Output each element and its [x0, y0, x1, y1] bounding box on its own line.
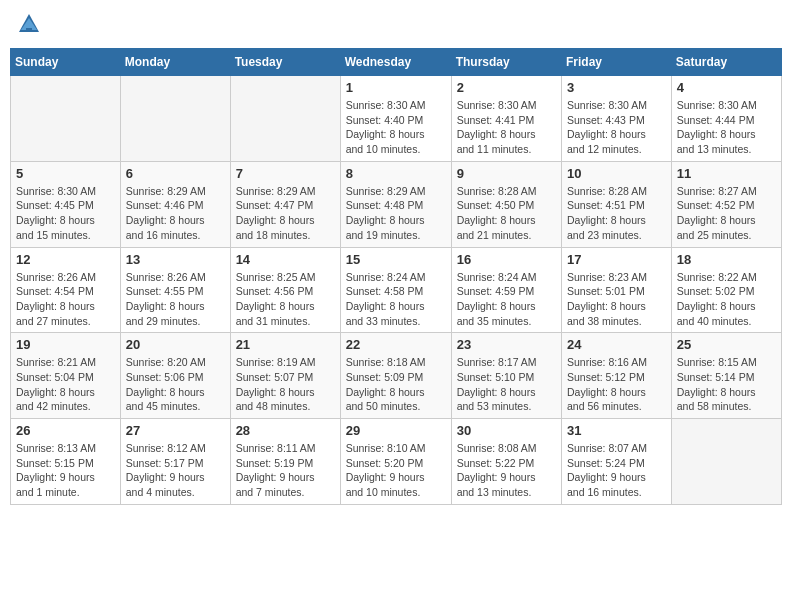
- day-number: 18: [677, 252, 776, 267]
- calendar-cell: 15Sunrise: 8:24 AMSunset: 4:58 PMDayligh…: [340, 247, 451, 333]
- calendar-cell: 4Sunrise: 8:30 AMSunset: 4:44 PMDaylight…: [671, 76, 781, 162]
- day-number: 21: [236, 337, 335, 352]
- calendar-cell: 11Sunrise: 8:27 AMSunset: 4:52 PMDayligh…: [671, 161, 781, 247]
- day-number: 1: [346, 80, 446, 95]
- day-info: Sunrise: 8:12 AMSunset: 5:17 PMDaylight:…: [126, 441, 225, 500]
- calendar-cell: 23Sunrise: 8:17 AMSunset: 5:10 PMDayligh…: [451, 333, 561, 419]
- calendar-cell: 13Sunrise: 8:26 AMSunset: 4:55 PMDayligh…: [120, 247, 230, 333]
- day-info: Sunrise: 8:22 AMSunset: 5:02 PMDaylight:…: [677, 270, 776, 329]
- day-info: Sunrise: 8:29 AMSunset: 4:47 PMDaylight:…: [236, 184, 335, 243]
- day-info: Sunrise: 8:21 AMSunset: 5:04 PMDaylight:…: [16, 355, 115, 414]
- day-number: 26: [16, 423, 115, 438]
- calendar-cell: 29Sunrise: 8:10 AMSunset: 5:20 PMDayligh…: [340, 419, 451, 505]
- calendar-cell: 5Sunrise: 8:30 AMSunset: 4:45 PMDaylight…: [11, 161, 121, 247]
- calendar-header: SundayMondayTuesdayWednesdayThursdayFrid…: [11, 49, 782, 76]
- day-number: 12: [16, 252, 115, 267]
- day-info: Sunrise: 8:13 AMSunset: 5:15 PMDaylight:…: [16, 441, 115, 500]
- calendar-cell: 28Sunrise: 8:11 AMSunset: 5:19 PMDayligh…: [230, 419, 340, 505]
- day-number: 5: [16, 166, 115, 181]
- weekday-header-sunday: Sunday: [11, 49, 121, 76]
- day-number: 25: [677, 337, 776, 352]
- day-number: 29: [346, 423, 446, 438]
- day-info: Sunrise: 8:23 AMSunset: 5:01 PMDaylight:…: [567, 270, 666, 329]
- day-info: Sunrise: 8:29 AMSunset: 4:46 PMDaylight:…: [126, 184, 225, 243]
- day-number: 30: [457, 423, 556, 438]
- calendar-cell: 7Sunrise: 8:29 AMSunset: 4:47 PMDaylight…: [230, 161, 340, 247]
- day-number: 10: [567, 166, 666, 181]
- calendar-week-4: 19Sunrise: 8:21 AMSunset: 5:04 PMDayligh…: [11, 333, 782, 419]
- day-info: Sunrise: 8:30 AMSunset: 4:45 PMDaylight:…: [16, 184, 115, 243]
- calendar-body: 1Sunrise: 8:30 AMSunset: 4:40 PMDaylight…: [11, 76, 782, 505]
- calendar-cell: 21Sunrise: 8:19 AMSunset: 5:07 PMDayligh…: [230, 333, 340, 419]
- day-number: 15: [346, 252, 446, 267]
- calendar-cell: 30Sunrise: 8:08 AMSunset: 5:22 PMDayligh…: [451, 419, 561, 505]
- calendar-cell: 18Sunrise: 8:22 AMSunset: 5:02 PMDayligh…: [671, 247, 781, 333]
- day-number: 17: [567, 252, 666, 267]
- calendar-cell: 17Sunrise: 8:23 AMSunset: 5:01 PMDayligh…: [562, 247, 672, 333]
- day-number: 14: [236, 252, 335, 267]
- day-number: 19: [16, 337, 115, 352]
- day-info: Sunrise: 8:16 AMSunset: 5:12 PMDaylight:…: [567, 355, 666, 414]
- calendar-week-3: 12Sunrise: 8:26 AMSunset: 4:54 PMDayligh…: [11, 247, 782, 333]
- logo: [15, 10, 47, 38]
- day-info: Sunrise: 8:18 AMSunset: 5:09 PMDaylight:…: [346, 355, 446, 414]
- day-number: 27: [126, 423, 225, 438]
- day-number: 20: [126, 337, 225, 352]
- calendar-cell: 19Sunrise: 8:21 AMSunset: 5:04 PMDayligh…: [11, 333, 121, 419]
- calendar-cell: 8Sunrise: 8:29 AMSunset: 4:48 PMDaylight…: [340, 161, 451, 247]
- logo-icon: [15, 10, 43, 38]
- day-info: Sunrise: 8:20 AMSunset: 5:06 PMDaylight:…: [126, 355, 225, 414]
- weekday-header-saturday: Saturday: [671, 49, 781, 76]
- weekday-row: SundayMondayTuesdayWednesdayThursdayFrid…: [11, 49, 782, 76]
- day-info: Sunrise: 8:27 AMSunset: 4:52 PMDaylight:…: [677, 184, 776, 243]
- day-number: 4: [677, 80, 776, 95]
- day-info: Sunrise: 8:07 AMSunset: 5:24 PMDaylight:…: [567, 441, 666, 500]
- day-number: 13: [126, 252, 225, 267]
- day-info: Sunrise: 8:30 AMSunset: 4:43 PMDaylight:…: [567, 98, 666, 157]
- day-info: Sunrise: 8:24 AMSunset: 4:58 PMDaylight:…: [346, 270, 446, 329]
- calendar-cell: 2Sunrise: 8:30 AMSunset: 4:41 PMDaylight…: [451, 76, 561, 162]
- day-info: Sunrise: 8:24 AMSunset: 4:59 PMDaylight:…: [457, 270, 556, 329]
- calendar-cell: 22Sunrise: 8:18 AMSunset: 5:09 PMDayligh…: [340, 333, 451, 419]
- calendar-cell: [11, 76, 121, 162]
- calendar-cell: [671, 419, 781, 505]
- day-number: 2: [457, 80, 556, 95]
- page-header: [10, 10, 782, 38]
- day-number: 24: [567, 337, 666, 352]
- weekday-header-thursday: Thursday: [451, 49, 561, 76]
- day-info: Sunrise: 8:08 AMSunset: 5:22 PMDaylight:…: [457, 441, 556, 500]
- day-number: 11: [677, 166, 776, 181]
- day-number: 9: [457, 166, 556, 181]
- day-number: 22: [346, 337, 446, 352]
- day-number: 28: [236, 423, 335, 438]
- weekday-header-monday: Monday: [120, 49, 230, 76]
- calendar-cell: 6Sunrise: 8:29 AMSunset: 4:46 PMDaylight…: [120, 161, 230, 247]
- day-number: 31: [567, 423, 666, 438]
- day-info: Sunrise: 8:17 AMSunset: 5:10 PMDaylight:…: [457, 355, 556, 414]
- calendar-cell: 14Sunrise: 8:25 AMSunset: 4:56 PMDayligh…: [230, 247, 340, 333]
- calendar-cell: 26Sunrise: 8:13 AMSunset: 5:15 PMDayligh…: [11, 419, 121, 505]
- calendar-cell: 27Sunrise: 8:12 AMSunset: 5:17 PMDayligh…: [120, 419, 230, 505]
- day-info: Sunrise: 8:29 AMSunset: 4:48 PMDaylight:…: [346, 184, 446, 243]
- calendar-week-2: 5Sunrise: 8:30 AMSunset: 4:45 PMDaylight…: [11, 161, 782, 247]
- calendar-cell: 12Sunrise: 8:26 AMSunset: 4:54 PMDayligh…: [11, 247, 121, 333]
- day-info: Sunrise: 8:19 AMSunset: 5:07 PMDaylight:…: [236, 355, 335, 414]
- calendar-cell: 3Sunrise: 8:30 AMSunset: 4:43 PMDaylight…: [562, 76, 672, 162]
- day-info: Sunrise: 8:26 AMSunset: 4:55 PMDaylight:…: [126, 270, 225, 329]
- day-info: Sunrise: 8:30 AMSunset: 4:40 PMDaylight:…: [346, 98, 446, 157]
- day-number: 6: [126, 166, 225, 181]
- calendar-cell: 31Sunrise: 8:07 AMSunset: 5:24 PMDayligh…: [562, 419, 672, 505]
- calendar-cell: 16Sunrise: 8:24 AMSunset: 4:59 PMDayligh…: [451, 247, 561, 333]
- calendar-cell: 10Sunrise: 8:28 AMSunset: 4:51 PMDayligh…: [562, 161, 672, 247]
- calendar-week-1: 1Sunrise: 8:30 AMSunset: 4:40 PMDaylight…: [11, 76, 782, 162]
- day-info: Sunrise: 8:15 AMSunset: 5:14 PMDaylight:…: [677, 355, 776, 414]
- day-number: 7: [236, 166, 335, 181]
- weekday-header-friday: Friday: [562, 49, 672, 76]
- day-info: Sunrise: 8:28 AMSunset: 4:51 PMDaylight:…: [567, 184, 666, 243]
- day-info: Sunrise: 8:10 AMSunset: 5:20 PMDaylight:…: [346, 441, 446, 500]
- calendar-cell: 9Sunrise: 8:28 AMSunset: 4:50 PMDaylight…: [451, 161, 561, 247]
- weekday-header-tuesday: Tuesday: [230, 49, 340, 76]
- calendar-cell: 24Sunrise: 8:16 AMSunset: 5:12 PMDayligh…: [562, 333, 672, 419]
- calendar-cell: 1Sunrise: 8:30 AMSunset: 4:40 PMDaylight…: [340, 76, 451, 162]
- svg-rect-2: [26, 28, 32, 32]
